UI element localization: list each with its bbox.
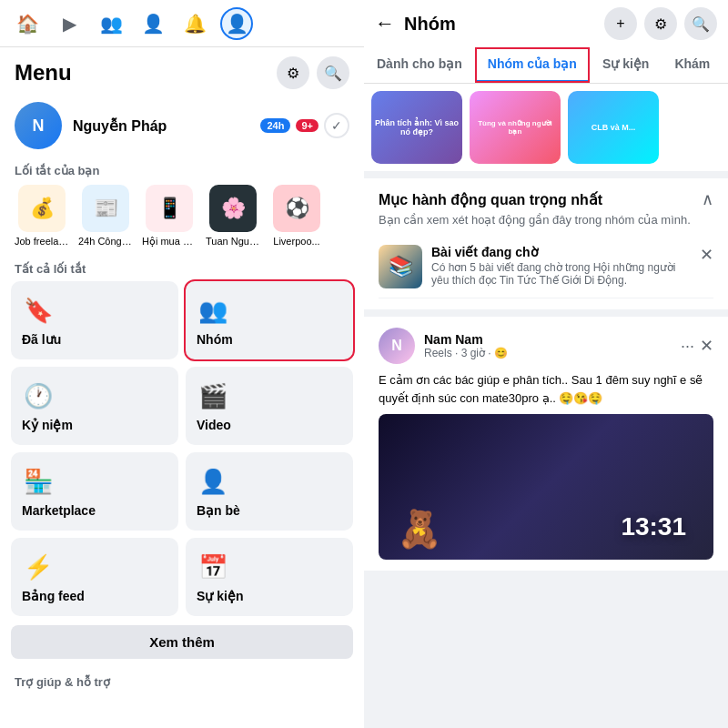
tabs-row: Dành cho bạn Nhóm của bạn Sự kiện Khám: [364, 47, 728, 84]
shortcut-24h-label: 24h Công Nghệ: [78, 236, 133, 248]
right-top-nav: ← Nhóm + ⚙ 🔍: [364, 0, 728, 47]
video-label: Video: [197, 418, 342, 432]
post-close-button[interactable]: ✕: [700, 336, 713, 356]
story-bg-3: CLB và M...: [568, 91, 659, 164]
notif-icon: 📚: [379, 245, 422, 288]
post-username: Nam Nam: [424, 332, 672, 347]
top-nav: 🏠 ▶ 👥 👤 🔔 👤: [0, 0, 364, 47]
check-icon: ✓: [324, 113, 349, 138]
notif-close-button[interactable]: ✕: [700, 245, 713, 265]
tab-for-you[interactable]: Dành cho bạn: [364, 47, 475, 83]
friends-label: Bạn bè: [197, 503, 342, 518]
left-scroll-area: Menu ⚙ 🔍 N Nguyễn Pháp 24h 9+ ✓ Lối tắt …: [0, 47, 364, 728]
shortcut-tuan[interactable]: 🌸 Tuan Nguyen: [206, 185, 260, 248]
menu-search-button[interactable]: 🔍: [317, 56, 349, 89]
profile-row[interactable]: N Nguyễn Pháp 24h 9+ ✓: [0, 95, 364, 157]
video-icon: 🎬: [197, 379, 229, 412]
support-link[interactable]: Trợ giúp & hỗ trợ: [0, 668, 364, 696]
post-user-avatar: N: [379, 328, 415, 364]
friends-icon: 👤: [197, 465, 229, 498]
tab-your-groups[interactable]: Nhóm của bạn: [475, 47, 590, 83]
shortcut-xiaomi-label: Hội mua bán Xiaomi Việt...: [142, 236, 197, 248]
marketplace-label: Marketplace: [22, 503, 167, 518]
post-text: E cảm ơn các bác giúp e phân tích.. Sau …: [379, 371, 713, 407]
post-actions: ··· ✕: [681, 336, 713, 356]
post-time-overlay: 13:31: [621, 512, 686, 541]
right-search-button[interactable]: 🔍: [684, 7, 717, 40]
shortcut-xiaomi-icon: 📱: [146, 185, 193, 232]
post-card: N Nam Nam Reels · 3 giờ · 😊 ··· ✕ E cảm …: [364, 317, 728, 571]
left-panel: 🏠 ▶ 👥 👤 🔔 👤 Menu ⚙ 🔍 N Nguyễn Pháp 24h 9…: [0, 0, 364, 728]
menu-cell-memories[interactable]: 🕐 Kỷ niệm: [11, 367, 178, 445]
menu-cell-video[interactable]: 🎬 Video: [186, 367, 353, 445]
nav-profile-icon[interactable]: 👤: [136, 7, 169, 40]
user-avatar: N: [15, 102, 62, 149]
shortcut-liverpool-icon: ⚽: [273, 185, 320, 232]
feed-icon: ⚡: [22, 551, 55, 583]
right-add-button[interactable]: +: [604, 7, 637, 40]
shortcut-liverpool-label: Liverpoo...: [273, 236, 319, 247]
nav-bell-icon[interactable]: 🔔: [178, 7, 211, 40]
action-section-title: Mục hành động quan trọng nhất: [379, 191, 602, 208]
menu-header: Menu ⚙ 🔍: [0, 47, 364, 95]
nav-home-icon[interactable]: 🏠: [11, 7, 44, 40]
back-button[interactable]: ←: [375, 12, 395, 35]
story-card-2[interactable]: Tùng và những người bạn: [470, 91, 561, 164]
shortcut-tuan-icon: 🌸: [209, 185, 257, 232]
shortcut-24h[interactable]: 📰 24h Công Nghệ: [78, 185, 133, 248]
action-section-header: Mục hành động quan trọng nhất ∧: [379, 189, 713, 209]
menu-cell-marketplace[interactable]: 🏪 Marketplace: [11, 452, 178, 531]
events-icon: 📅: [197, 551, 229, 583]
right-settings-button[interactable]: ⚙: [644, 7, 677, 40]
right-nav-left: ← Nhóm: [375, 12, 456, 35]
memories-label: Kỷ niệm: [22, 418, 167, 432]
shortcut-xiaomi[interactable]: 📱 Hội mua bán Xiaomi Việt...: [142, 185, 197, 248]
post-meta: Reels · 3 giờ · 😊: [424, 347, 672, 359]
shortcut-job-icon: 💰: [18, 185, 66, 232]
badge-notification: 9+: [296, 119, 318, 132]
menu-settings-button[interactable]: ⚙: [277, 56, 309, 89]
nav-video-icon[interactable]: ▶: [53, 7, 86, 40]
post-image: 13:31 🧸: [379, 414, 713, 560]
nav-active-profile-icon[interactable]: 👤: [220, 7, 253, 40]
chevron-up-icon[interactable]: ∧: [702, 189, 713, 209]
action-section-sub: Bạn cần xem xét hoạt động gần đây trong …: [379, 213, 713, 227]
saved-icon: 🔖: [22, 294, 55, 327]
right-nav-actions: + ⚙ 🔍: [604, 7, 717, 40]
nav-friends-icon[interactable]: 👥: [95, 7, 127, 40]
post-image-decoration: 🧸: [397, 508, 442, 551]
menu-cell-friends[interactable]: 👤 Bạn bè: [186, 452, 353, 531]
shortcut-job[interactable]: 💰 Job freelance/...: [15, 185, 69, 248]
see-more-button[interactable]: Xem thêm: [11, 625, 353, 659]
profile-badges: 24h 9+ ✓: [260, 113, 349, 138]
shortcut-row: 💰 Job freelance/... 📰 24h Công Nghệ 📱 Hộ…: [0, 181, 364, 255]
events-label: Sự kiện: [197, 589, 342, 603]
menu-cell-saved[interactable]: 🔖 Đã lưu: [11, 281, 178, 359]
story-bg-2: Tùng và những người bạn: [470, 91, 561, 164]
memories-icon: 🕐: [22, 379, 55, 412]
saved-label: Đã lưu: [22, 332, 167, 347]
right-panel: ← Nhóm + ⚙ 🔍 Dành cho bạn Nhóm của bạn S…: [364, 0, 728, 728]
all-shortcuts-label: Tất cả lối tắt: [0, 255, 364, 281]
menu-cell-groups[interactable]: 👥 Nhóm: [186, 281, 353, 359]
tab-events[interactable]: Sự kiện: [590, 47, 662, 83]
badge-24h: 24h: [260, 118, 290, 133]
menu-cell-feed[interactable]: ⚡ Bảng feed: [11, 538, 178, 616]
post-header: N Nam Nam Reels · 3 giờ · 😊 ··· ✕: [379, 328, 713, 364]
post-more-button[interactable]: ···: [681, 337, 694, 356]
tab-discover[interactable]: Khám: [662, 47, 723, 83]
story-card-3[interactable]: CLB và M...: [568, 91, 659, 164]
right-scroll-area: Phân tích ảnh: Vì sao nó đẹp? Tùng và nh…: [364, 84, 728, 728]
groups-label: Nhóm: [197, 332, 342, 347]
menu-cell-events[interactable]: 📅 Sự kiện: [186, 538, 353, 616]
story-bg-1: Phân tích ảnh: Vì sao nó đẹp?: [371, 91, 462, 164]
marketplace-icon: 🏪: [22, 465, 55, 498]
shortcut-liverpool[interactable]: ⚽ Liverpoo...: [269, 185, 324, 248]
shortcut-tuan-label: Tuan Nguyen: [206, 236, 260, 247]
notif-title: Bài viết đang chờ: [431, 245, 691, 259]
story-card-1[interactable]: Phân tích ảnh: Vì sao nó đẹp?: [371, 91, 462, 164]
notif-content: Bài viết đang chờ Có hơn 5 bài viết đang…: [431, 245, 691, 287]
nav-icons-left: 🏠 ▶ 👥 👤 🔔 👤: [11, 7, 253, 40]
story-row: Phân tích ảnh: Vì sao nó đẹp? Tùng và nh…: [364, 84, 728, 171]
right-panel-title: Nhóm: [404, 14, 456, 35]
